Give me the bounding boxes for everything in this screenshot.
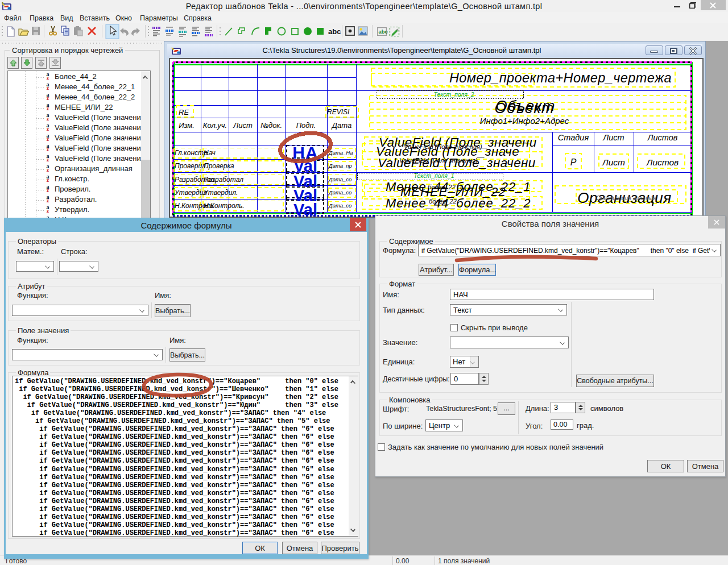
- svg-text:Номер_проекта+Номер_чертежа: Номер_проекта+Номер_чертежа: [449, 70, 672, 85]
- svg-text:Лист: Лист: [602, 133, 624, 142]
- svg-text:Менее_44_более_22_2: Менее_44_более_22_2: [386, 196, 531, 210]
- svg-text:Дата_пр: Дата_пр: [328, 163, 352, 169]
- svg-text:Объект: Объект: [496, 97, 556, 114]
- svg-text:Лист: Лист: [602, 157, 625, 167]
- svg-text:Дата_со: Дата_со: [328, 202, 351, 209]
- svg-text:Текст_поля_1: Текст_поля_1: [413, 172, 454, 179]
- svg-text:Лист: Лист: [233, 121, 253, 130]
- svg-text:Проверил.: Проверил.: [175, 162, 208, 170]
- svg-text:Утвердил: Утвердил: [174, 189, 207, 197]
- svg-text:Организация_длинная: Организация_длинная: [596, 195, 656, 201]
- svg-text:Листов: Листов: [646, 157, 679, 167]
- svg-text:Разработал: Разработал: [204, 176, 243, 184]
- svg-text:REVISI: REVISI: [327, 108, 350, 116]
- svg-text:Листов: Листов: [647, 133, 678, 142]
- svg-text:Изм.: Изм.: [179, 121, 195, 130]
- svg-text:Стадия: Стадия: [558, 133, 589, 142]
- svg-text:abc: abc: [328, 27, 341, 36]
- svg-text:Проверка: Проверка: [204, 162, 234, 170]
- svg-text:Val: Val: [293, 201, 317, 217]
- svg-text:Н.Контроль.: Н.Контроль.: [204, 202, 245, 210]
- svg-text:Инфо1+Инфо2+Адрес: Инфо1+Инфо2+Адрес: [480, 116, 569, 126]
- svg-text:Текст_поля_2: Текст_поля_2: [433, 91, 474, 98]
- svg-text:Дата_со: Дата_со: [328, 189, 351, 196]
- svg-text:Нач: Нач: [204, 149, 216, 157]
- svg-text:abc: abc: [379, 28, 388, 35]
- svg-text:Дата_На: Дата_На: [328, 149, 353, 156]
- svg-text:Подп.: Подп.: [296, 121, 316, 130]
- svg-text:№док.: №док.: [260, 121, 282, 130]
- svg-text:ValueField (Поле значения): ValueField (Поле значения): [404, 143, 482, 150]
- svg-text:Дата_со: Дата_со: [328, 176, 351, 182]
- svg-text:ValueField (Поле значения): ValueField (Поле значения): [399, 157, 478, 164]
- svg-text:более_22_1: более_22_1: [428, 184, 462, 190]
- svg-text:Кол.уч.: Кол.уч.: [203, 121, 227, 130]
- svg-text:Утвердил.: Утвердил.: [203, 189, 238, 197]
- svg-text:более_22: более_22: [429, 198, 457, 205]
- svg-text:Р: Р: [570, 157, 577, 167]
- svg-text:RE: RE: [179, 108, 189, 117]
- svg-text:Дата: Дата: [331, 121, 351, 130]
